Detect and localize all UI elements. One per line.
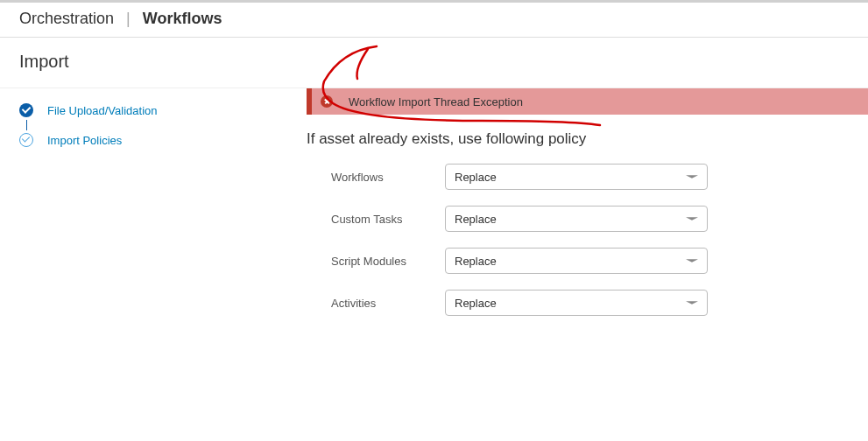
- custom-tasks-select[interactable]: Replace: [445, 206, 708, 232]
- select-value: Replace: [455, 297, 497, 310]
- policy-form: Workflows Replace Custom Tasks Replace S…: [307, 164, 868, 316]
- workflows-select[interactable]: Replace: [445, 164, 708, 190]
- content-area: File Upload/Validation Import Policies W…: [0, 88, 868, 332]
- main-panel: Workflow Import Thread Exception If asse…: [307, 88, 868, 332]
- field-label: Script Modules: [331, 255, 445, 268]
- chevron-down-icon: [686, 175, 698, 178]
- select-value: Replace: [455, 171, 497, 184]
- chevron-circle-icon: [19, 133, 33, 147]
- field-label: Custom Tasks: [331, 213, 445, 226]
- breadcrumb-separator: |: [126, 10, 131, 28]
- error-icon: [321, 95, 333, 108]
- field-label: Workflows: [331, 171, 445, 184]
- field-custom-tasks: Custom Tasks Replace: [331, 206, 868, 232]
- field-activities: Activities Replace: [331, 290, 868, 316]
- error-message: Workflow Import Thread Exception: [349, 95, 523, 108]
- field-label: Activities: [331, 297, 445, 310]
- wizard-sidebar: File Upload/Validation Import Policies: [0, 88, 307, 332]
- select-value: Replace: [455, 255, 497, 268]
- field-workflows: Workflows Replace: [331, 164, 868, 190]
- breadcrumb: Orchestration | Workflows: [0, 3, 868, 38]
- wizard-step-import-policies[interactable]: Import Policies: [19, 130, 307, 150]
- section-heading: If asset already exists, use following p…: [307, 130, 868, 148]
- field-script-modules: Script Modules Replace: [331, 248, 868, 274]
- page-title: Import: [0, 38, 868, 88]
- select-value: Replace: [455, 213, 497, 226]
- breadcrumb-current: Workflows: [143, 10, 222, 28]
- chevron-down-icon: [686, 301, 698, 304]
- activities-select[interactable]: Replace: [445, 290, 708, 316]
- wizard-step-label: File Upload/Validation: [47, 104, 158, 117]
- step-connector: [26, 120, 27, 130]
- breadcrumb-parent[interactable]: Orchestration: [19, 10, 114, 28]
- wizard-step-file-upload[interactable]: File Upload/Validation: [19, 101, 307, 120]
- error-banner: Workflow Import Thread Exception: [307, 88, 868, 115]
- chevron-down-icon: [686, 259, 698, 262]
- chevron-down-icon: [686, 217, 698, 220]
- script-modules-select[interactable]: Replace: [445, 248, 708, 274]
- wizard-step-label: Import Policies: [47, 134, 122, 147]
- check-circle-icon: [19, 103, 33, 117]
